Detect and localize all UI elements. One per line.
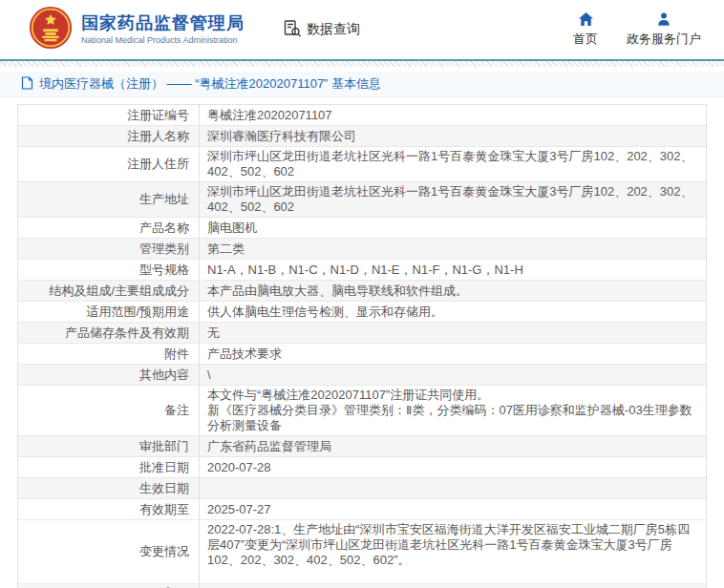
page-doc-icon xyxy=(21,76,33,93)
field-value: N1-A，N1-B，N1-C，N1-D，N1-E，N1-F，N1-G，N1-H xyxy=(200,260,706,280)
table-row: 变更情况2022-07-28:1、生产地址由“深圳市宝安区福海街道大洋开发区福安… xyxy=(18,520,706,584)
field-value: 供人体脑电生理信号检测、显示和存储用。 xyxy=(200,302,706,322)
home-icon xyxy=(578,11,594,30)
hatch-strip xyxy=(0,61,724,67)
field-label-text: 注册人名称 xyxy=(127,129,189,144)
field-label-text: 其他内容 xyxy=(139,368,189,383)
field-value-text: 脑电图机 xyxy=(207,220,257,236)
field-label-text: 变更情况 xyxy=(139,544,189,559)
field-label: 批准日期 xyxy=(18,457,200,477)
field-value: 粤械注准20202071107 xyxy=(200,105,706,125)
nav-portal-label: 政务服务门户 xyxy=(627,31,701,48)
field-value-text: 无 xyxy=(207,326,220,341)
table-row: 产品储存条件及有效期无 xyxy=(18,323,706,344)
field-value: 广东省药品监督管理局 xyxy=(200,436,706,456)
nav-home[interactable]: 首页 xyxy=(573,11,598,48)
breadcrumb: 境内医疗器械（注册） —— “粤械注准20202071107” 基本信息 xyxy=(0,72,724,97)
field-label-text: 生效日期 xyxy=(139,481,189,496)
field-value-text: 广东省药品监督管理局 xyxy=(207,439,331,454)
field-value-text: 本文件与“粤械注准20202071107”注册证共同使用。 新《医疗器械分类目录… xyxy=(207,388,698,433)
table-row: 结构及组成/主要组成成分本产品由脑电放大器、脑电导联线和软件组成。 xyxy=(18,281,706,302)
field-label: 管理类别 xyxy=(18,239,200,259)
field-value-text: 第二类 xyxy=(207,242,245,257)
field-value: 本产品由脑电放大器、脑电导联线和软件组成。 xyxy=(200,281,706,301)
field-value-text: 粤械注准20202071107 xyxy=(207,108,332,123)
document-search-icon xyxy=(283,19,302,41)
field-label-text: 注册人住所 xyxy=(127,157,189,172)
table-row: 管理类别第二类 xyxy=(18,239,706,260)
field-label-text: 批准日期 xyxy=(139,460,189,475)
table-row: 注册人住所深圳市坪山区龙田街道老坑社区光科一路1号百泰黄金珠宝大厦3号厂房102… xyxy=(18,147,706,182)
field-label: 其他内容 xyxy=(18,365,200,385)
brand: 国家药品监督管理局 National Medical Products Admi… xyxy=(29,6,245,53)
table-row: 审批部门广东省药品监督管理局 xyxy=(18,436,706,457)
table-row: 其他内容\ xyxy=(18,365,706,386)
field-label: 附件 xyxy=(18,344,200,364)
field-value-text: N1-A，N1-B，N1-C，N1-D，N1-E，N1-F，N1-G，N1-H xyxy=(207,262,523,278)
field-label: 备注 xyxy=(18,386,200,435)
field-value-text: 深圳睿瀚医疗科技有限公司 xyxy=(207,129,356,144)
field-label: 产品名称 xyxy=(18,218,200,238)
table-row: 产品名称脑电图机 xyxy=(18,218,706,239)
person-icon xyxy=(656,11,671,30)
field-label: 有效期至 xyxy=(18,499,200,519)
field-label-text: 备注 xyxy=(164,403,189,418)
field-label-text: 注册证编号 xyxy=(127,108,189,123)
field-label-text: 型号规格 xyxy=(139,262,189,278)
field-label-text: 审批部门 xyxy=(139,439,189,454)
table-row: 批准日期2020-07-28 xyxy=(18,457,706,478)
field-label-text: 有效期至 xyxy=(139,502,189,517)
brand-text: 国家药品监督管理局 National Medical Products Admi… xyxy=(81,13,245,46)
site-title: 国家药品监督管理局 xyxy=(81,13,245,32)
field-label: 生产地址 xyxy=(18,182,200,217)
site-subtitle: National Medical Products Administration xyxy=(81,34,245,46)
field-value: 第二类 xyxy=(200,239,706,259)
field-label-text: 附件 xyxy=(164,346,189,362)
field-value-text: 供人体脑电生理信号检测、显示和存储用。 xyxy=(207,304,443,320)
field-label: 注册证编号 xyxy=(18,105,200,125)
field-label: 生效日期 xyxy=(18,478,200,498)
registration-info-table: 注册证编号粤械注准20202071107注册人名称深圳睿瀚医疗科技有限公司注册人… xyxy=(17,104,707,588)
field-label: 产品储存条件及有效期 xyxy=(18,323,200,343)
field-label-text: 适用范围/预期用途 xyxy=(86,304,189,320)
table-row: 附件产品技术要求 xyxy=(18,344,706,365)
table-row: 注册证编号粤械注准20202071107 xyxy=(18,105,706,126)
field-label-text: 管理类别 xyxy=(139,242,189,257)
table-row: 生效日期 xyxy=(18,478,706,499)
field-value: 本文件与“粤械注准20202071107”注册证共同使用。 新《医疗器械分类目录… xyxy=(200,386,706,435)
table-row: 注册人名称深圳睿瀚医疗科技有限公司 xyxy=(18,126,706,147)
field-value-text: 本产品由脑电放大器、脑电导联线和软件组成。 xyxy=(207,284,468,299)
field-value: 2025-07-27 xyxy=(200,499,706,519)
field-value: 产品技术要求 xyxy=(200,344,706,364)
field-label: 适用范围/预期用途 xyxy=(18,302,200,322)
national-emblem-icon xyxy=(29,6,73,53)
field-label: 注 xyxy=(18,584,200,588)
field-label: 型号规格 xyxy=(18,260,200,280)
field-value xyxy=(200,478,706,498)
field-label: 变更情况 xyxy=(18,520,200,583)
field-value-text: 2020-07-28 xyxy=(207,460,271,475)
field-value: 深圳市坪山区龙田街道老坑社区光科一路1号百泰黄金珠宝大厦3号厂房102、202、… xyxy=(200,182,706,217)
nav-portal[interactable]: 政务服务门户 xyxy=(627,11,701,48)
data-query-tab[interactable]: 数据查询 xyxy=(283,19,360,41)
field-value: \ xyxy=(200,365,706,385)
nav-home-label: 首页 xyxy=(573,31,598,48)
field-value: 脑电图机 xyxy=(200,218,706,238)
field-value-text: 产品技术要求 xyxy=(207,346,282,362)
field-value-text: \ xyxy=(207,368,211,383)
field-value: 无 xyxy=(200,323,706,343)
table-row: 型号规格N1-A，N1-B，N1-C，N1-D，N1-E，N1-F，N1-G，N… xyxy=(18,260,706,281)
table-row: 备注本文件与“粤械注准20202071107”注册证共同使用。 新《医疗器械分类… xyxy=(18,386,706,436)
field-label-text: 产品储存条件及有效期 xyxy=(65,326,189,341)
table-row: 适用范围/预期用途供人体脑电生理信号检测、显示和存储用。 xyxy=(18,302,706,323)
field-label-text: 结构及组成/主要组成成分 xyxy=(49,284,189,299)
field-value: 2020-07-28 xyxy=(200,457,706,477)
field-value: 2022-07-28:1、生产地址由“深圳市宝安区福海街道大洋开发区福安工业城二… xyxy=(200,520,706,583)
field-value-text: 2022-07-28:1、生产地址由“深圳市宝安区福海街道大洋开发区福安工业城二… xyxy=(207,522,698,568)
field-label: 审批部门 xyxy=(18,436,200,456)
field-label: 注册人名称 xyxy=(18,126,200,146)
field-value-text: 2025-07-27 xyxy=(207,502,271,517)
field-label-text: 产品名称 xyxy=(139,220,189,236)
data-query-label: 数据查询 xyxy=(307,21,360,38)
field-value: 详情 xyxy=(200,584,706,588)
